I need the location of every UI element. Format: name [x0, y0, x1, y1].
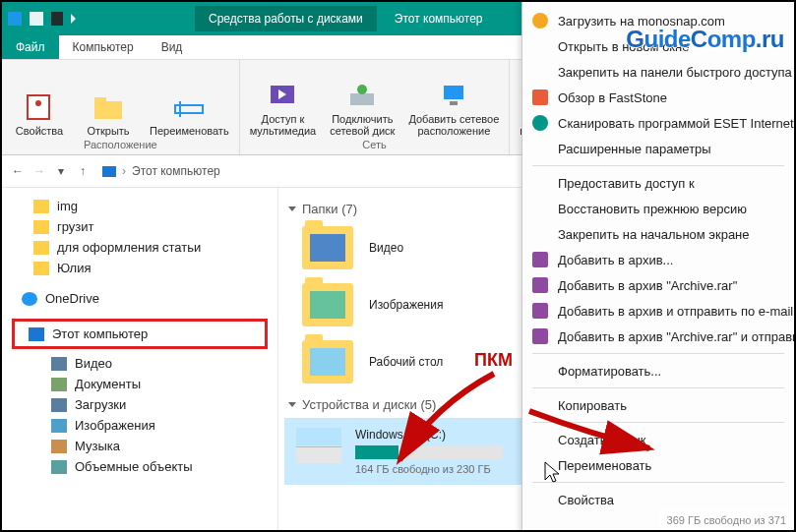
ctx-item[interactable]: Восстановить прежнюю версию — [522, 196, 794, 221]
open-icon — [91, 91, 126, 123]
map-drive-icon — [344, 80, 380, 111]
tab-computer[interactable]: Компьютер — [59, 35, 148, 59]
pc-icon — [102, 166, 116, 177]
globe-icon — [532, 13, 548, 29]
tab-view[interactable]: Вид — [148, 35, 197, 59]
folder-icon — [302, 226, 353, 269]
system-buttons — [2, 12, 195, 26]
btn-properties[interactable]: Свойства — [12, 91, 67, 137]
ctx-item[interactable]: Сканировать программой ESET Internet — [522, 110, 794, 136]
sidebar-item-onedrive[interactable]: OneDrive — [12, 288, 268, 309]
ctx-item[interactable]: Расширенные параметры — [522, 136, 794, 161]
sidebar-item-videos[interactable]: Видео — [12, 353, 268, 374]
media-icon — [265, 80, 300, 111]
svg-rect-3 — [94, 97, 106, 103]
rar-icon — [532, 277, 548, 293]
drive-usage-bar — [355, 445, 503, 459]
ctx-item[interactable]: Предоставить доступ к — [522, 170, 794, 196]
btn-map-drive[interactable]: Подключить сетевой диск — [330, 80, 395, 137]
nav-up-icon[interactable]: ↑ — [75, 163, 91, 179]
svg-rect-5 — [179, 101, 181, 117]
dropdown-icon[interactable] — [71, 14, 76, 24]
properties-icon — [22, 91, 57, 123]
sidebar-item-folder[interactable]: грузит — [12, 216, 268, 237]
svg-rect-2 — [94, 101, 122, 119]
props-icon[interactable] — [51, 12, 63, 26]
folder-icon — [302, 283, 353, 326]
blank-icon — [532, 175, 548, 191]
ctx-item-label: Сканировать программой ESET Internet — [558, 116, 794, 131]
window-title: Этот компьютер — [377, 12, 501, 26]
ctx-item-label: Создать ярлык — [558, 433, 645, 447]
ctx-item-label: Предоставить доступ к — [558, 176, 695, 191]
ctx-item-label: Расширенные параметры — [558, 142, 711, 156]
sidebar-item-music[interactable]: Музыка — [12, 436, 268, 456]
ctx-item[interactable]: Добавить в архив и отправить по e-mail — [522, 298, 794, 324]
ctx-item-label: Копировать — [558, 398, 627, 413]
ctx-item-label: Свойства — [558, 493, 614, 507]
sidebar-item-this-pc[interactable]: Этот компьютер — [19, 324, 261, 344]
context-menu: Загрузить на monosnap.comОткрыть в новом… — [521, 2, 794, 532]
ctx-item-label: Форматировать... — [558, 364, 661, 379]
btn-media-access[interactable]: Доступ к мультимедиа — [250, 80, 317, 137]
drive-name: Windows_10 (C:) — [355, 428, 503, 442]
ctx-item[interactable]: Создать ярлык — [522, 427, 794, 452]
blank-icon — [532, 38, 548, 54]
drive-icon — [296, 428, 341, 463]
group-label-network: Сеть — [362, 139, 386, 150]
svg-point-1 — [35, 100, 41, 106]
ctx-item-label: Восстановить прежнюю версию — [558, 202, 747, 216]
ctx-item-label: Закрепить на начальном экране — [558, 227, 750, 242]
rar-icon — [532, 303, 548, 319]
ctx-item[interactable]: Копировать — [522, 392, 794, 418]
breadcrumb[interactable]: › Этот компьютер — [96, 162, 226, 180]
svg-point-9 — [357, 85, 367, 94]
sidebar-item-3d[interactable]: Объемные объекты — [12, 456, 268, 477]
eset-icon — [532, 115, 548, 131]
ctx-item[interactable]: Форматировать... — [522, 358, 794, 384]
ctx-item-label: Добавить в архив "Archive.rar" и отправи… — [558, 329, 794, 344]
ctx-item[interactable]: Добавить в архив "Archive.rar" — [522, 272, 794, 298]
svg-rect-11 — [450, 101, 458, 105]
ctx-item[interactable]: Закрепить на начальном экране — [522, 221, 794, 247]
nav-recent-icon[interactable]: ▾ — [53, 163, 69, 179]
annotation-pkm: ПКМ — [474, 350, 513, 371]
sidebar-item-folder[interactable]: Юлия — [12, 258, 268, 278]
blank-icon — [532, 64, 548, 80]
cursor-icon — [543, 460, 561, 484]
blank-icon — [532, 432, 548, 447]
btn-add-network[interactable]: Добавить сетевое расположение — [408, 80, 499, 137]
nav-fwd-icon[interactable]: → — [31, 163, 47, 179]
ctx-item[interactable]: Закрепить на панели быстрого доступа — [522, 59, 794, 85]
ribbon-group-network: Доступ к мультимедиа Подключить сетевой … — [240, 60, 511, 154]
ctx-item[interactable]: Добавить в архив "Archive.rar" и отправи… — [522, 324, 794, 349]
sidebar: img грузит для оформления статьи Юлия On… — [2, 188, 278, 532]
sidebar-item-folder[interactable]: для оформления статьи — [12, 237, 268, 258]
ctx-item[interactable]: Свойства — [522, 487, 794, 512]
sidebar-item-documents[interactable]: Документы — [12, 374, 268, 394]
folder-icon — [302, 340, 353, 384]
ctx-item[interactable]: Обзор в FastStone — [522, 85, 794, 110]
ctx-item-label: Добавить в архив... — [558, 253, 673, 267]
blank-icon — [532, 363, 548, 379]
drive-free-text: 164 ГБ свободно из 230 ГБ — [355, 463, 503, 475]
ctx-item[interactable]: Добавить в архив... — [522, 247, 794, 272]
drive-c[interactable]: Windows_10 (C:) 164 ГБ свободно из 230 Г… — [284, 418, 534, 485]
svg-rect-0 — [28, 95, 49, 119]
ribbon-group-location: Свойства Открыть Переименовать Расположе… — [2, 60, 240, 154]
sidebar-item-pictures[interactable]: Изображения — [12, 415, 268, 436]
ctx-item-label: Добавить в архив и отправить по e-mail — [558, 304, 793, 319]
sidebar-item-folder[interactable]: img — [12, 196, 268, 216]
ctx-item[interactable]: Переименовать — [522, 452, 794, 478]
sidebar-item-downloads[interactable]: Загрузки — [12, 394, 268, 415]
ctx-item-label: Добавить в архив "Archive.rar" — [558, 278, 737, 293]
blank-icon — [532, 201, 548, 216]
fs-icon — [532, 89, 548, 105]
app-icon — [8, 12, 22, 26]
btn-open[interactable]: Открыть — [81, 91, 136, 137]
tab-file[interactable]: Файл — [2, 35, 59, 59]
btn-rename[interactable]: Переименовать — [150, 91, 229, 137]
save-icon[interactable] — [30, 12, 43, 26]
nav-back-icon[interactable]: ← — [10, 163, 26, 179]
contextual-tab[interactable]: Средства работы с дисками — [195, 6, 377, 31]
